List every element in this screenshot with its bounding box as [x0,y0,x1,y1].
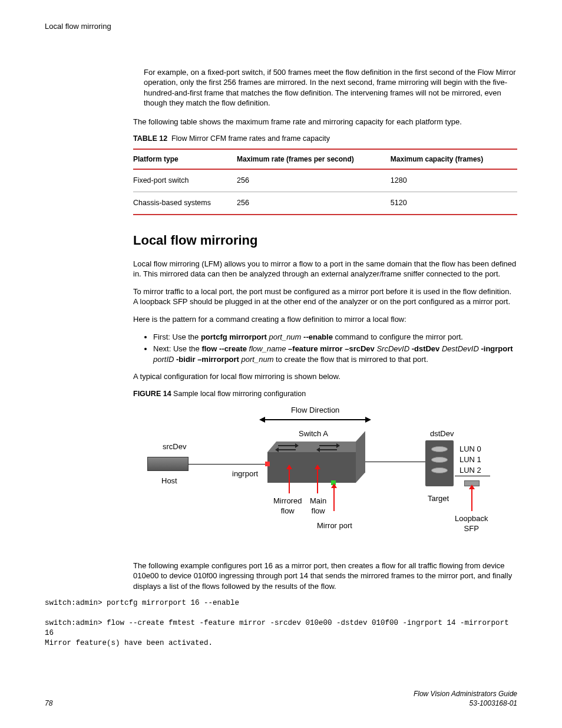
switch-icon [267,452,356,483]
arg: port_num [269,332,302,341]
lfm-p2: To mirror traffic to a local port, the p… [133,286,517,307]
arg: SrcDevID [376,344,409,353]
lfm-p3: Here is the pattern for a command creati… [133,314,517,325]
table12-h2: Maximum capacity (frames) [391,149,517,169]
arrow-mirrorport [333,487,335,511]
cmd: --enable [303,332,333,341]
section-heading: Local flow mirroring [133,232,517,249]
link-switch-storage [365,462,425,462]
lfm-p4: A typical configuration for local flow m… [133,371,517,382]
arg: portID [153,355,174,364]
cmd: portcfg mirrorport [201,332,267,341]
txt: First: Use the [153,332,201,341]
cmd: -bidir –mirrorport [176,355,239,364]
page-footer: 78 Flow Vision Administrators Guide 53-1… [45,689,517,708]
label-switch-a: Switch A [299,429,328,439]
list-item: First: Use the portcfg mirrorport port_n… [153,332,517,342]
cell: Fixed-port switch [133,169,237,192]
label-host: Host [161,476,177,486]
example-paragraph: For example, on a fixed-port switch, if … [144,67,517,108]
cell: 5120 [391,192,517,215]
label-ingrport: ingrport [232,469,258,479]
cmd: –feature mirror –srcDev [288,344,375,353]
cmd: -ingrport [481,344,513,353]
table-row: Fixed-port switch 256 1280 [133,169,517,192]
figure14-caption: FIGURE 14 Sample local flow mirroring co… [133,389,517,399]
label-flow-direction: Flow Direction [291,405,339,416]
label-lun1: LUN 1 [459,454,481,465]
cell: 256 [237,192,391,215]
doc-number: 53-1003168-01 [470,699,517,707]
list-item: Next: Use the flow --create flow_name –f… [153,344,517,364]
label-srcdev: srcDev [163,442,186,452]
arg: flow_name [249,344,286,353]
txt: Next: Use the [153,344,201,353]
cli-output: switch:admin> portcfg mirrorport 16 --en… [45,598,517,648]
divider [455,476,490,476]
table12-h0: Platform type [133,149,237,169]
table12-caption-text: Flow Mirror CFM frame rates and frame ca… [171,134,330,143]
arrow-left-icon [259,417,265,423]
label-mirror-port: Mirror port [317,521,352,531]
host-icon [147,457,189,471]
command-list: First: Use the portcfg mirrorport port_n… [153,332,517,365]
label-lun0: LUN 0 [459,444,481,454]
cmd: -dstDev [412,344,440,353]
table-lead-paragraph: The following table shows the maximum fr… [133,117,517,127]
table-row: Chassis-based systems 256 5120 [133,192,517,215]
page-number: 78 [45,699,52,708]
arrow-sfp [471,489,472,511]
guide-title: Flow Vision Administrators Guide [414,690,517,698]
running-header: Local flow mirroring [45,21,517,32]
example-config-para: The following example configures port 16… [133,561,517,592]
figure14-caption-text: Sample local flow mirroring configuratio… [173,390,306,398]
cell: 256 [237,169,391,192]
footer-guide: Flow Vision Administrators Guide 53-1003… [414,689,517,708]
label-mirrored-flow: Mirrored flow [273,496,302,516]
cmd: flow --create [201,344,247,353]
figure14-label: FIGURE 14 [133,390,171,398]
label-target: Target [428,493,449,504]
table12-h1: Maximum rate (frames per second) [237,149,391,169]
table12: Platform type Maximum rate (frames per s… [133,149,517,215]
lfm-p1: Local flow mirroring (LFM) allows you to… [133,259,517,279]
arg: port_num [242,355,274,364]
ingress-port-icon [265,462,270,466]
label-loopback-sfp: Loopback SFP [455,513,488,534]
txt: command to configure the mirror port. [333,332,463,341]
cell: Chassis-based systems [133,192,237,215]
arg: DestDevID [442,344,479,353]
flow-direction-line [265,419,365,420]
table12-caption: TABLE 12 Flow Mirror CFM frame rates and… [133,134,517,144]
arrow-right-icon [365,417,371,423]
arrow-mirrored [289,469,290,493]
label-dstdev: dstDev [430,429,454,439]
arrow-main [317,469,318,493]
storage-icon [425,440,454,486]
cell: 1280 [391,169,517,192]
link-host-switch [189,464,267,465]
figure14-diagram: Flow Direction Switch A dstDev srcDev Ho… [137,405,514,552]
txt: to create the flow that is mirrored to t… [273,355,428,364]
label-main-flow: Main flow [310,496,326,516]
table12-label: TABLE 12 [133,134,167,143]
label-lun2: LUN 2 [459,465,481,476]
